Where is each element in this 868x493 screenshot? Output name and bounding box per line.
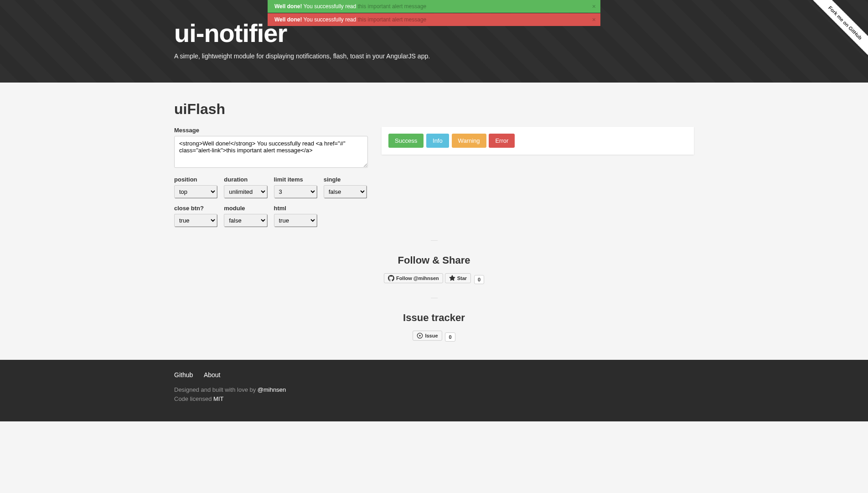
fork-ribbon[interactable]: Fork me on GitHub [800,0,868,68]
alert-text: You successfully read [302,16,357,23]
footer-license-link[interactable]: MIT [213,395,223,402]
html-select[interactable]: true [274,214,317,227]
issue-label: Issue [425,333,438,338]
alert-strong: Well done! [274,16,302,23]
section-title: uiFlash [174,101,694,118]
closebtn-select[interactable]: true [174,214,217,227]
footer-designed-prefix: Designed and built with love by [174,386,258,393]
alert-link[interactable]: this important alert message [358,3,427,10]
issue-heading: Issue tracker [174,312,694,324]
divider [431,298,438,298]
option-label-duration: duration [224,176,267,183]
issue-count: 0 [445,332,455,342]
fork-ribbon-label: Fork me on GitHub [808,0,868,60]
page-subtitle: A simple, lightweight module for display… [174,52,694,60]
alert-link[interactable]: this important alert message [358,16,427,23]
error-button[interactable]: Error [489,134,515,148]
footer-link-github[interactable]: Github [174,371,193,379]
option-label-closebtn: close btn? [174,205,217,212]
star-count: 0 [474,275,484,284]
alert-danger: Well done! You successfully read this im… [268,13,600,26]
single-select[interactable]: false [324,185,367,198]
message-textarea[interactable] [174,136,368,168]
module-select[interactable]: false [224,214,267,227]
alert-success: Well done! You successfully read this im… [268,0,600,13]
alert-strong: Well done! [274,3,302,10]
options-row: position top duration unlimited limit it… [174,176,368,227]
star-button[interactable]: Star [445,273,471,283]
svg-point-1 [419,335,421,337]
close-icon[interactable]: × [592,16,596,23]
info-button[interactable]: Info [426,134,449,148]
limit-select[interactable]: 3 [274,185,317,198]
follow-label: Follow @mihnsen [396,275,439,281]
option-label-limit: limit items [274,176,317,183]
option-label-single: single [324,176,367,183]
divider [431,240,438,241]
issue-icon [417,332,423,339]
option-label-html: html [274,205,317,212]
follow-button[interactable]: Follow @mihnsen [384,273,443,283]
star-icon [449,275,455,281]
option-label-module: module [224,205,267,212]
page-footer: Github About Designed and built with lov… [0,360,868,421]
follow-heading: Follow & Share [174,254,694,266]
warning-button[interactable]: Warning [452,134,486,148]
position-select[interactable]: top [174,185,217,198]
alert-text: You successfully read [302,3,357,10]
close-icon[interactable]: × [592,3,596,10]
button-panel: Success Info Warning Error [382,127,694,155]
footer-link-about[interactable]: About [204,371,221,379]
issue-button[interactable]: Issue [413,331,442,341]
footer-author-link[interactable]: @mihnsen [258,386,286,393]
duration-select[interactable]: unlimited [224,185,267,198]
success-button[interactable]: Success [388,134,424,148]
alerts-container: Well done! You successfully read this im… [268,0,600,26]
footer-license-prefix: Code licensed [174,395,213,402]
star-label: Star [457,275,467,281]
option-label-position: position [174,176,217,183]
github-icon [388,275,394,281]
message-label: Message [174,127,368,134]
